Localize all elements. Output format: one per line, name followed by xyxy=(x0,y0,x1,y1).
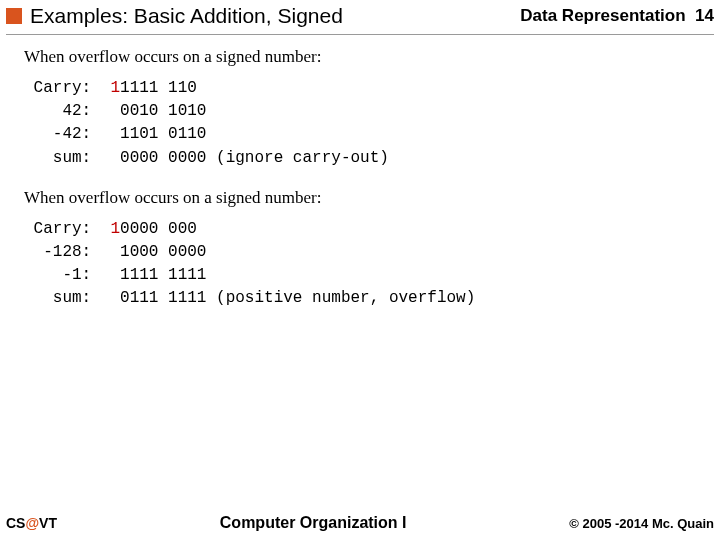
at-icon: @ xyxy=(25,515,39,531)
footer-left-pre: CS xyxy=(6,515,25,531)
example-block-1: When overflow occurs on a signed number:… xyxy=(24,47,696,170)
page-number: 14 xyxy=(695,6,714,25)
slide-content: When overflow occurs on a signed number:… xyxy=(0,35,720,311)
slide-title: Examples: Basic Addition, Signed xyxy=(30,4,520,28)
slide-header: Examples: Basic Addition, Signed Data Re… xyxy=(0,0,720,32)
footer-left: CS@VT xyxy=(6,515,57,531)
footer-center: Computer Organization I xyxy=(57,514,569,532)
block2-intro: When overflow occurs on a signed number: xyxy=(24,188,696,208)
slide-header-right: Data Representation 14 xyxy=(520,6,714,26)
slide-footer: CS@VT Computer Organization I © 2005 -20… xyxy=(0,514,720,532)
footer-left-post: VT xyxy=(39,515,57,531)
section-name: Data Representation xyxy=(520,6,685,25)
block1-intro: When overflow occurs on a signed number: xyxy=(24,47,696,67)
example-block-2: When overflow occurs on a signed number:… xyxy=(24,188,696,311)
block1-code: Carry: 11111 110 42: 0010 1010 -42: 1101… xyxy=(24,77,696,170)
header-bullet-icon xyxy=(6,8,22,24)
block2-code: Carry: 10000 000 -128: 1000 0000 -1: 111… xyxy=(24,218,696,311)
footer-right: © 2005 -2014 Mc. Quain xyxy=(569,516,714,531)
